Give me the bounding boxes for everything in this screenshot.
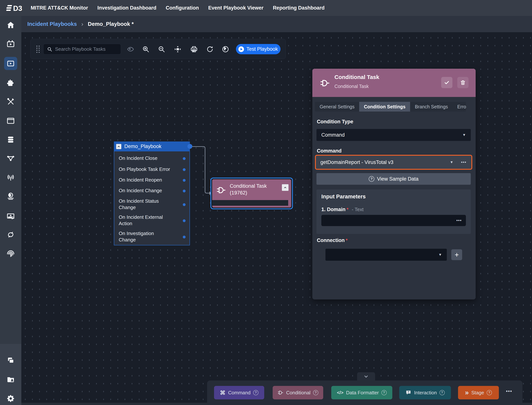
question-circle-icon[interactable]: ? [439,390,445,395]
tab-general-settings[interactable]: General Settings [315,102,359,112]
collapse-node-button[interactable] [116,144,121,149]
sidebar-item-incident-reports[interactable] [4,210,17,223]
sidebar-item-utilities[interactable] [4,95,17,108]
toolbar-collapse-tab[interactable] [357,372,375,381]
test-playbook-button[interactable]: Test Playbook [236,44,280,54]
view-sample-data-button[interactable]: ? View Sample Data [316,173,471,185]
input-parameters-heading: Input Parameters [321,194,366,200]
sidebar-item-settings[interactable] [4,392,17,405]
question-circle-icon[interactable]: ? [313,390,318,395]
database-icon [6,135,15,144]
print-button[interactable] [190,45,198,54]
command-value: getDomainReport - VirusTotal v3 [321,159,393,165]
question-circle-icon[interactable]: ? [487,390,492,395]
globe-button[interactable] [221,45,230,54]
nav-investigation-dashboard[interactable]: Investigation Dashboard [97,5,156,11]
delete-button[interactable] [457,77,469,88]
sidebar-item-identity[interactable] [4,247,17,260]
add-interaction-task-button[interactable]: ? Interaction ? [399,386,451,399]
trigger-connector-dot[interactable] [183,219,185,222]
param-domain-label: 1. Domain* - Text [321,207,363,212]
trigger-on-incident-change[interactable]: On Incident Change [119,187,181,194]
logo-text: D3 [13,5,22,12]
trigger-connector-dot[interactable] [183,203,185,206]
trigger-connector-dot[interactable] [183,179,185,182]
question-circle-icon: ? [369,176,374,182]
tab-branch-settings[interactable]: Branch Settings [410,102,453,112]
command-more-button[interactable]: ••• [461,160,466,165]
trigger-connector-dot[interactable] [183,168,185,171]
visibility-toggle-button[interactable] [126,45,135,54]
trigger-on-incident-close[interactable]: On Incident Close [119,155,181,161]
sidebar-item-data-sources[interactable] [4,133,17,146]
trigger-on-incident-reopen[interactable]: On Incident Reopen [119,177,181,183]
nav-mitre-attack-monitor[interactable]: MITRE ATT&CK Monitor [31,5,88,11]
command-select-highlighted[interactable]: getDomainReport - VirusTotal v3 ▼ ••• [315,155,472,170]
trigger-on-investigation-change[interactable]: On Investigation Change [119,230,181,243]
sidebar-item-connections[interactable] [4,152,17,165]
add-data-formatter-task-button[interactable]: </> Data Formatter ? [331,386,392,399]
zoom-out-button[interactable] [157,45,166,54]
drag-handle-icon[interactable] [36,45,40,53]
breadcrumb-separator-icon: › [81,20,83,27]
zoom-in-icon [142,46,150,53]
confirm-button[interactable] [441,77,452,88]
sidebar-item-events[interactable] [4,114,17,127]
more-task-types-button[interactable]: ••• [506,388,512,394]
add-conditional-task-button[interactable]: Conditional ? [273,386,323,399]
sidebar-item-event-playbooks[interactable] [4,37,17,51]
printer-icon [190,46,198,53]
refresh-icon [206,46,214,53]
search-icon [47,47,52,52]
breadcrumb-incident-playbooks[interactable]: Incident Playbooks [27,21,77,27]
sidebar-item-web-portal[interactable] [4,190,17,203]
conditional-task-node-title: Conditional Task (19762) [230,183,267,196]
add-connection-button[interactable]: + [451,249,462,260]
question-circle-icon[interactable]: ? [382,390,387,395]
add-command-task-button[interactable]: ⌘ Command ? [214,386,264,399]
conditional-task-node-selected[interactable]: Conditional Task (19762) [211,178,293,209]
globe-icon [222,46,229,53]
sidebar-item-webhooks[interactable] [4,171,17,184]
param-more-button[interactable]: ••• [456,218,462,223]
conditional-task-node[interactable]: Conditional Task (19762) [212,179,291,208]
condition-type-select[interactable]: Command ▼ [316,129,471,141]
input-parameters-section: Input Parameters 1. Domain* - Text ••• [316,189,471,234]
sidebar-item-integrations[interactable] [4,76,17,89]
trigger-on-incident-external-action[interactable]: On Incident External Action [119,214,181,227]
calendar-play-icon [6,40,15,48]
trigger-on-incident-status-change[interactable]: On Incident Status Change [119,198,181,210]
collapse-node-button[interactable] [282,184,289,191]
sidebar-item-sync[interactable] [4,228,17,241]
tab-error-handling[interactable]: Error Handling [453,102,466,112]
nav-reporting-dashboard[interactable]: Reporting Dashboard [273,5,325,11]
trigger-on-playbook-task-error[interactable]: On Playbook Task Error [119,166,181,172]
param-domain-input[interactable]: ••• [321,215,466,226]
output-connector-dot[interactable] [187,144,192,149]
trigger-connector-dot[interactable] [183,236,185,238]
demo-playbook-node-header[interactable]: Demo_Playbook [114,142,190,151]
demo-playbook-node[interactable]: Demo_Playbook On Incident Close On Playb… [114,142,190,245]
gear-icon [6,394,15,403]
question-circle-icon[interactable]: ? [253,390,259,395]
sidebar-item-incident-playbooks-active[interactable] [4,57,17,70]
d3-logo-icon[interactable]: D3 [5,4,24,13]
zoom-in-button[interactable] [141,45,150,54]
fit-view-button[interactable] [173,45,182,54]
nav-configuration[interactable]: Configuration [166,5,199,11]
add-stage-button[interactable]: » Stage ? [458,386,499,399]
tools-icon [6,97,15,106]
connection-select[interactable]: ▼ [326,249,447,261]
window-icon [6,116,15,125]
refresh-button[interactable] [205,45,214,54]
sidebar-item-home[interactable] [4,19,17,32]
trigger-connector-dot[interactable] [183,157,185,160]
nav-event-playbook-viewer[interactable]: Event Playbook Viewer [208,5,264,11]
search-box[interactable] [43,44,121,54]
search-playbook-tasks-input[interactable] [55,46,117,52]
trigger-connector-dot[interactable] [183,189,185,192]
sidebar-item-contacts[interactable] [4,373,17,386]
tab-condition-settings[interactable]: Condition Settings [359,102,410,112]
network-icon [6,154,15,163]
sidebar-item-copy[interactable] [4,354,17,367]
